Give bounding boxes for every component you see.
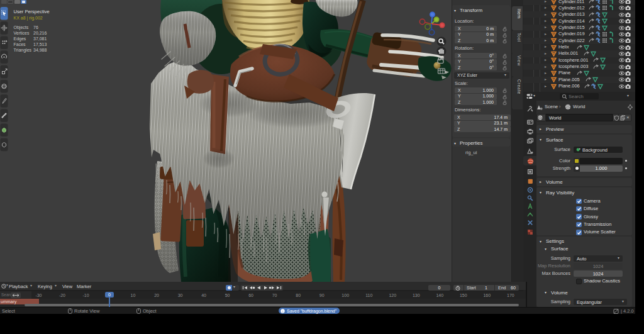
svg-text:i: i bbox=[282, 309, 283, 313]
